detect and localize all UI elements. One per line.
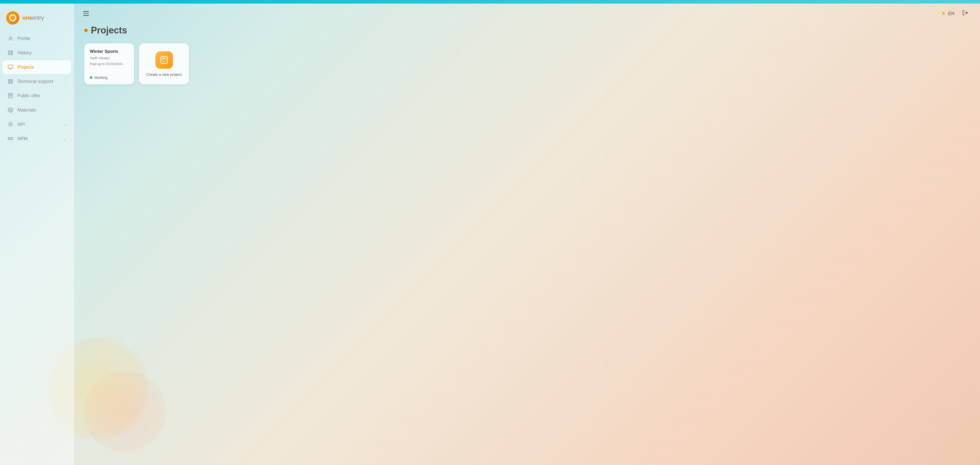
header: ☀ EN [74, 3, 980, 22]
status-dot [90, 76, 92, 79]
page-title-area: Projects [74, 22, 980, 43]
create-project-label: Create a new project [146, 72, 181, 76]
hamburger-line [83, 11, 89, 12]
history-icon [7, 49, 14, 56]
chevron-down-icon: ⌄ [64, 137, 67, 141]
top-bar [0, 0, 980, 3]
sidebar-item-npm[interactable]: NPM ⌄ [3, 132, 71, 145]
create-project-icon [156, 51, 173, 68]
sun-icon: ☀ [941, 10, 946, 17]
project-paid-until: Paid up to 01/26/2024 [90, 62, 128, 66]
sidebar-nav: Profile History [0, 32, 74, 145]
projects-icon [7, 64, 14, 70]
project-card-winter-sports[interactable]: Winter Sports Tariff «Study» Paid up to … [84, 43, 134, 84]
hamburger-line [83, 13, 89, 14]
svg-rect-4 [11, 53, 13, 55]
svg-rect-3 [8, 53, 10, 55]
logo-area: oneentry [0, 9, 74, 32]
sidebar: oneentry Profile [0, 3, 74, 465]
hamburger-button[interactable] [82, 10, 90, 18]
svg-point-0 [10, 37, 11, 38]
svg-rect-2 [11, 51, 13, 52]
api-icon [7, 121, 14, 127]
sidebar-item-projects[interactable]: Projects [3, 60, 71, 74]
sidebar-item-label: Technical support [18, 79, 53, 84]
chevron-down-icon: ⌄ [64, 122, 67, 126]
svg-rect-1 [8, 51, 10, 52]
sidebar-item-label: Profile [18, 36, 30, 41]
logo-icon [6, 11, 19, 24]
project-tariff: Tariff «Study» [90, 56, 128, 60]
sidebar-item-label: API [18, 122, 25, 127]
sidebar-item-history[interactable]: History [3, 46, 71, 60]
sidebar-item-materials[interactable]: Materials [3, 103, 71, 117]
create-project-card[interactable]: Create a new project [139, 43, 189, 84]
logout-button[interactable] [961, 8, 970, 19]
support-icon [7, 78, 14, 85]
project-status-row: Working [90, 73, 128, 80]
materials-icon [7, 107, 14, 113]
main-content: ☀ EN Projects [74, 3, 980, 465]
project-status-label: Working [94, 76, 107, 80]
app-name: oneentry [22, 14, 44, 21]
sidebar-item-api[interactable]: API ⌄ [3, 118, 71, 131]
sidebar-item-public-offer[interactable]: Public offer [3, 89, 71, 103]
sidebar-item-technical-support[interactable]: Technical support [3, 75, 71, 88]
project-name: Winter Sports [90, 49, 128, 54]
svg-rect-5 [8, 65, 13, 68]
svg-rect-10 [8, 138, 13, 139]
svg-point-15 [164, 58, 165, 59]
sidebar-item-label: Projects [18, 65, 34, 70]
logo-icon-inner [9, 14, 16, 21]
title-dot [84, 29, 88, 32]
page-title: Projects [91, 25, 127, 36]
svg-point-14 [162, 58, 163, 59]
language-label: EN [948, 11, 955, 16]
page-title-row: Projects [84, 25, 970, 36]
svg-rect-8 [9, 93, 13, 98]
svg-point-9 [10, 124, 11, 125]
sidebar-item-label: NPM [18, 136, 27, 142]
projects-grid: Winter Sports Tariff «Study» Paid up to … [74, 43, 980, 84]
user-icon [7, 35, 14, 42]
header-left [82, 10, 90, 18]
sidebar-item-label: Materials [18, 107, 36, 113]
header-right: ☀ EN [939, 8, 970, 19]
document-icon [7, 92, 14, 99]
npm-icon [7, 135, 14, 142]
sidebar-item-label: History [18, 50, 32, 56]
language-button[interactable]: ☀ EN [939, 9, 957, 18]
hamburger-line [83, 15, 89, 16]
svg-point-7 [10, 80, 11, 82]
sidebar-item-label: Public offer [18, 93, 40, 99]
sidebar-item-profile[interactable]: Profile [3, 32, 71, 45]
